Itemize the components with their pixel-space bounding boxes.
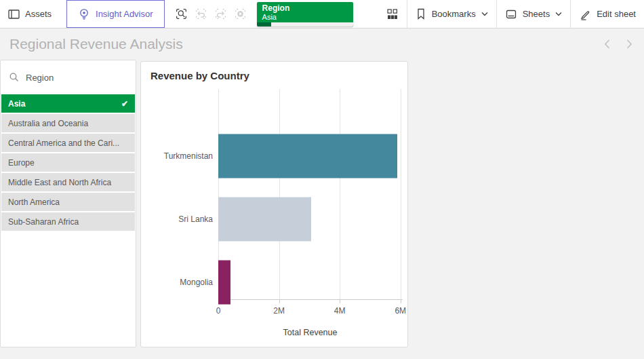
redo-icon xyxy=(214,7,227,20)
insight-advisor-button[interactable]: Insight Advisor xyxy=(66,0,165,28)
filter-search-header[interactable]: Region xyxy=(1,60,136,94)
filter-value-list: Asia✔Australia and OceaniaCentral Americ… xyxy=(1,94,136,231)
undo-selection-button[interactable] xyxy=(191,0,211,28)
assets-label: Assets xyxy=(25,9,52,19)
smart-search-button[interactable] xyxy=(172,0,191,28)
filter-item-label: Europe xyxy=(8,158,35,168)
x-tick-label-2M: 2M xyxy=(273,306,285,316)
filter-item-label: Australia and Oceania xyxy=(8,119,88,128)
filter-item-north-america[interactable]: North America xyxy=(1,193,135,211)
x-tick-label-4M: 4M xyxy=(334,306,346,316)
filter-item-sub-saharan-africa[interactable]: Sub-Saharan Africa xyxy=(1,212,135,231)
x-axis-title: Total Revenue xyxy=(218,328,402,337)
sheet-title: Regional Revenue Analysis xyxy=(9,36,183,52)
region-filter-panel: Region Asia✔Australia and OceaniaCentral… xyxy=(0,60,136,347)
selection-progress-fill xyxy=(257,22,271,26)
sheets-label: Sheets xyxy=(523,9,550,19)
undo-icon xyxy=(195,7,207,20)
edit-sheet-button[interactable]: Edit sheet xyxy=(571,0,644,28)
edit-pencil-icon xyxy=(579,8,591,20)
x-tick-label-0: 0 xyxy=(216,306,221,316)
sheet-navigation xyxy=(602,37,635,51)
chevron-down-icon xyxy=(481,12,488,16)
filter-item-australia-and-oceania[interactable]: Australia and Oceania xyxy=(1,114,135,132)
assets-panel-icon xyxy=(8,9,20,20)
filter-item-label: Sub-Saharan Africa xyxy=(8,217,79,227)
filter-item-middle-east-and-north-africa[interactable]: Middle East and North Africa xyxy=(1,173,135,191)
insight-advisor-icon xyxy=(78,8,90,20)
search-icon xyxy=(9,72,20,83)
chart-title: Revenue by Country xyxy=(150,70,249,81)
filter-item-central-america-and-the-cari[interactable]: Central America and the Cari... xyxy=(1,134,135,152)
selected-check-icon: ✔ xyxy=(121,99,128,109)
revenue-by-country-chart: Revenue by Country TurkmenistanSri Lanka… xyxy=(140,61,408,347)
category-label-sri-lanka: Sri Lanka xyxy=(178,214,213,224)
clear-selections-button[interactable] xyxy=(230,0,250,28)
app-overview-button[interactable] xyxy=(378,0,407,28)
sheets-button[interactable]: Sheets xyxy=(497,0,570,28)
bookmark-icon xyxy=(416,8,426,20)
bar-sri-lanka[interactable] xyxy=(218,197,311,241)
selection-chip-field: Region xyxy=(262,4,348,13)
bookmarks-label: Bookmarks xyxy=(432,9,476,19)
bookmarks-button[interactable]: Bookmarks xyxy=(407,0,496,28)
sheet-icon xyxy=(505,8,517,20)
filter-item-label: North America xyxy=(8,197,60,207)
bar-row-turkmenistan: Turkmenistan xyxy=(218,124,402,187)
toolbar-left-group: Assets Insight Advisor xyxy=(0,0,353,28)
top-toolbar: Assets Insight Advisor xyxy=(0,0,644,29)
bar-turkmenistan[interactable] xyxy=(218,134,397,178)
clear-selections-icon xyxy=(234,7,247,20)
bar-row-sri-lanka: Sri Lanka xyxy=(218,187,402,250)
smart-search-icon xyxy=(175,7,188,20)
selection-progress-track xyxy=(257,22,353,26)
category-label-turkmenistan: Turkmenistan xyxy=(164,151,213,161)
bar-row-mongolia: Mongolia xyxy=(218,250,402,314)
redo-selection-button[interactable] xyxy=(211,0,230,28)
assets-button[interactable]: Assets xyxy=(0,0,60,28)
selection-tools xyxy=(172,0,250,28)
filter-item-label: Asia xyxy=(8,99,25,109)
previous-sheet-button[interactable] xyxy=(602,37,612,51)
edit-sheet-label: Edit sheet xyxy=(597,9,636,19)
bar-rows: TurkmenistanSri LankaMongolia xyxy=(218,124,402,314)
next-sheet-button[interactable] xyxy=(624,37,635,51)
selection-chip-text: Region Asia xyxy=(257,2,353,22)
toolbar-right-group: Bookmarks Sheets Edit shee xyxy=(378,0,644,28)
x-tick-label-6M: 6M xyxy=(395,306,406,316)
insight-advisor-label: Insight Advisor xyxy=(96,9,153,19)
filter-item-label: Middle East and North Africa xyxy=(8,178,111,187)
qlik-sense-app-window: Assets Insight Advisor xyxy=(0,0,644,359)
filter-title: Region xyxy=(26,73,54,83)
chevron-down-icon xyxy=(555,12,562,16)
x-axis-tick-labels: 02M4M6M xyxy=(218,306,402,317)
selection-chip-value: Asia xyxy=(262,13,348,21)
filter-item-label: Central America and the Cari... xyxy=(8,138,119,148)
selection-chip-region[interactable]: Region Asia xyxy=(257,2,353,26)
filter-item-europe[interactable]: Europe xyxy=(1,153,135,172)
sheet-title-bar: Regional Revenue Analysis xyxy=(0,29,644,60)
filter-item-asia[interactable]: Asia✔ xyxy=(1,94,135,113)
app-grid-icon xyxy=(386,8,399,20)
bar-mongolia[interactable] xyxy=(218,260,230,304)
category-label-mongolia: Mongolia xyxy=(180,278,213,287)
